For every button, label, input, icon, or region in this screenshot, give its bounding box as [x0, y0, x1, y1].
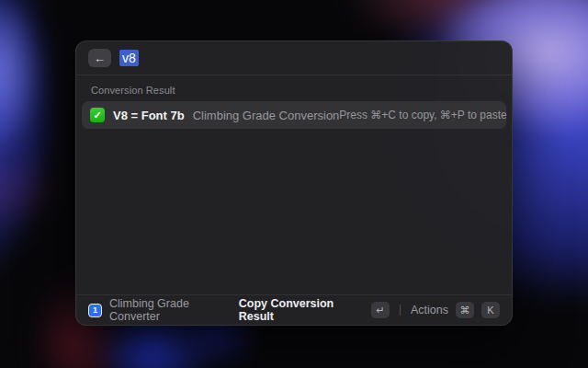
check-icon: ✓ [90, 108, 105, 122]
cmd-key-badge[interactable]: ⌘ [456, 302, 474, 318]
search-input-value: v8 [119, 50, 139, 66]
app-icon: 1 [88, 304, 102, 317]
results-list: Conversion Result ✓ V8 = Font 7b Climbin… [76, 75, 512, 294]
result-subtitle: Climbing Grade Conversion [193, 109, 340, 122]
section-header: Conversion Result [91, 85, 497, 96]
app-name: Climbing Grade Converter [109, 297, 239, 323]
k-key-badge[interactable]: K [481, 302, 500, 318]
result-title: V8 = Font 7b [113, 109, 185, 122]
footer-bar: 1 Climbing Grade Converter Copy Conversi… [76, 294, 512, 325]
launcher-window: ← v8 Conversion Result ✓ V8 = Font 7b Cl… [75, 40, 513, 326]
footer-actions: Copy Conversion Result ↵ Actions ⌘ K [239, 297, 500, 323]
footer-divider [400, 305, 401, 316]
search-bar: ← v8 [76, 41, 512, 75]
return-key-badge[interactable]: ↵ [371, 302, 390, 318]
arrow-left-icon: ← [94, 52, 106, 65]
result-row[interactable]: ✓ V8 = Font 7b Climbing Grade Conversion… [82, 101, 506, 129]
actions-button[interactable]: Actions [411, 304, 448, 316]
search-input[interactable]: v8 [119, 51, 139, 65]
result-hint: Press ⌘+C to copy, ⌘+P to paste [339, 109, 506, 121]
back-button[interactable]: ← [88, 49, 111, 67]
primary-action-button[interactable]: Copy Conversion Result [239, 297, 364, 323]
